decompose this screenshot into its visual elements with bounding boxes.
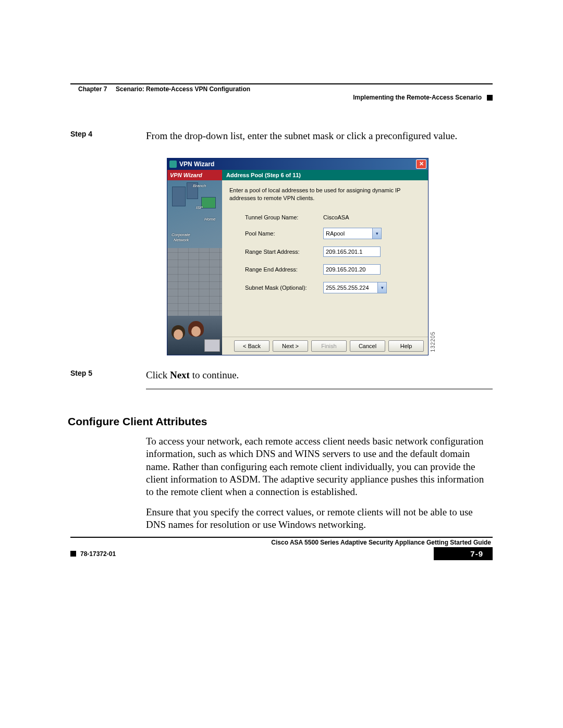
wizard-content: Enter a pool of local addresses to be us… xyxy=(222,180,428,337)
wizard-titlebar: VPN Wizard ✕ xyxy=(167,158,428,170)
section-heading: Configure Client Attributes xyxy=(68,415,493,428)
vpn-wizard-window: VPN Wizard ✕ VPN Wizard Branch ISP Home … xyxy=(167,158,429,355)
tunnel-group-value: CiscoASA xyxy=(323,214,349,220)
section-title: Implementing the Remote-Access Scenario xyxy=(353,94,482,101)
subnet-mask-label: Subnet Mask (Optional): xyxy=(245,285,323,291)
side-label-branch: Branch xyxy=(193,183,206,188)
pool-name-value: RApool xyxy=(324,228,372,239)
range-end-label: Range End Address: xyxy=(245,266,323,273)
footer-square-icon xyxy=(70,551,76,557)
header-square-icon xyxy=(487,95,493,101)
step-5-label: Step 5 xyxy=(70,369,146,381)
tunnel-group-label: Tunnel Group Name: xyxy=(245,214,323,220)
guide-title: Cisco ASA 5500 Series Adaptive Security … xyxy=(271,539,491,546)
section-para-1: To access your network, each remote acce… xyxy=(146,435,493,499)
step-4-label: Step 4 xyxy=(70,130,146,142)
image-id: 132205 xyxy=(430,331,436,352)
subnet-mask-value: 255.255.255.224 xyxy=(324,282,377,293)
header-row-top: Chapter 7 Scenario: Remote-Access VPN Co… xyxy=(70,85,493,93)
chapter-title: Scenario: Remote-Access VPN Configuratio… xyxy=(116,85,250,93)
wizard-button-row: < Back Next > Finish Cancel Help xyxy=(222,337,428,355)
section-para-2: Ensure that you specify the correct valu… xyxy=(146,506,493,532)
procedure-end-rule xyxy=(146,389,493,390)
finish-button: Finish xyxy=(311,340,347,352)
document-number: 78-17372-01 xyxy=(80,550,434,558)
side-label-corp1: Corporate xyxy=(172,232,190,237)
page-number: 7-9 xyxy=(434,547,493,560)
wizard-step-header: Address Pool (Step 6 of 11) xyxy=(222,170,428,180)
step-4: Step 4 From the drop-down list, enter th… xyxy=(70,130,493,142)
step-4-text: From the drop-down list, enter the subne… xyxy=(146,130,493,142)
wizard-app-icon xyxy=(169,161,177,168)
step-5-text: Click Next to continue. xyxy=(146,369,493,381)
header-rule xyxy=(70,83,493,84)
back-button[interactable]: < Back xyxy=(234,340,270,352)
chevron-down-icon[interactable]: ▾ xyxy=(377,282,386,293)
side-label-home: Home xyxy=(204,217,215,221)
pool-name-label: Pool Name: xyxy=(245,230,323,237)
side-label-corp2: Network xyxy=(174,238,189,242)
help-button[interactable]: Help xyxy=(388,340,424,352)
page-footer: Cisco ASA 5500 Series Adaptive Security … xyxy=(70,537,493,560)
header-row-sub: Implementing the Remote-Access Scenario xyxy=(70,94,493,101)
range-end-input[interactable]: 209.165.201.20 xyxy=(323,264,381,275)
footer-rule xyxy=(70,537,493,538)
wizard-window-title: VPN Wizard xyxy=(179,161,416,168)
next-button[interactable]: Next > xyxy=(273,340,308,352)
page-content: Chapter 7 Scenario: Remote-Access VPN Co… xyxy=(70,83,493,531)
cancel-button[interactable]: Cancel xyxy=(350,340,385,352)
wizard-sidebar-image: VPN Wizard Branch ISP Home Corporate Net… xyxy=(167,170,222,355)
chevron-down-icon[interactable]: ▾ xyxy=(372,228,381,239)
wizard-description: Enter a pool of local addresses to be us… xyxy=(229,187,421,202)
pool-name-combo[interactable]: RApool ▾ xyxy=(323,228,382,239)
subnet-mask-combo[interactable]: 255.255.255.224 ▾ xyxy=(323,282,387,293)
range-start-input[interactable]: 209.165.201.1 xyxy=(323,246,381,257)
range-start-label: Range Start Address: xyxy=(245,249,323,255)
side-label-isp: ISP xyxy=(196,205,203,210)
chapter-number: Chapter 7 xyxy=(78,85,107,93)
step-5: Step 5 Click Next to continue. xyxy=(70,369,493,381)
wizard-screenshot: 132205 VPN Wizard ✕ VPN Wizard Branch IS… xyxy=(167,158,429,355)
wizard-banner: VPN Wizard xyxy=(167,170,222,180)
close-icon[interactable]: ✕ xyxy=(416,159,426,169)
